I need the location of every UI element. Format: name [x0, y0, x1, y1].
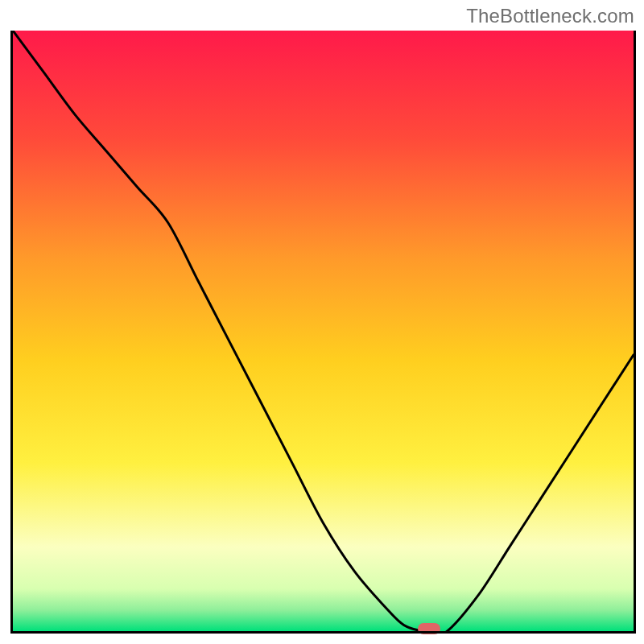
axis-right-edge	[634, 31, 636, 634]
watermark-text: TheBottleneck.com	[466, 5, 634, 27]
chart-canvas: TheBottleneck.com	[0, 0, 644, 644]
optimal-marker	[418, 623, 440, 634]
bottleneck-curve	[13, 31, 634, 631]
